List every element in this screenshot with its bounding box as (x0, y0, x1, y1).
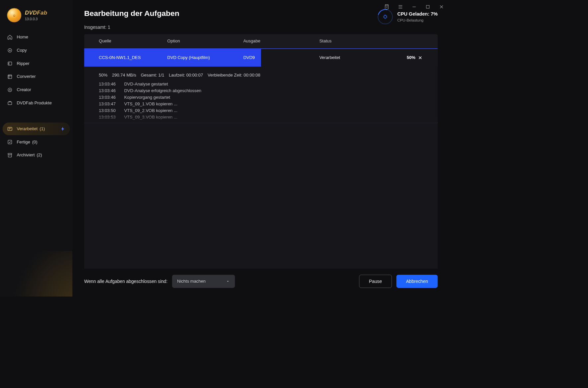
task-table: Quelle Option Ausgabe Status CCS-0N-NW1.… (84, 34, 438, 269)
sidebar-item-label: Copy (17, 48, 27, 53)
log-line: 13:03:47VTS_09_1.VOB kopieren ... (99, 101, 423, 106)
sidebar-item-copy[interactable]: Copy (3, 44, 70, 57)
task-row[interactable]: CCS-0N-NW1.1_DES DVD Copy (Hauptfilm) DV… (84, 48, 438, 67)
select-value: Nichts machen (177, 279, 206, 284)
sidebar-item-label: Creator (17, 87, 31, 92)
cancel-button[interactable]: Abbrechen (396, 275, 438, 288)
svg-rect-5 (8, 102, 12, 105)
total-label: Insgesamt: 1 (84, 25, 179, 30)
page-title: Bearbeitung der Aufgaben (84, 9, 179, 18)
app-logo-block: ☺ DVDFab 13.0.0.3 (0, 0, 73, 29)
log-line: 13:03:46DVD-Analyse gestartet (99, 82, 423, 87)
task-output: DVD9 (243, 55, 319, 60)
sidebar: ☺ DVDFab 13.0.0.3 Home Copy Ripper Conve… (0, 0, 73, 297)
sidebar-item-home[interactable]: Home (3, 31, 70, 43)
creator-icon (7, 87, 13, 93)
sidebar-item-count: (0) (32, 139, 37, 144)
sidebar-item-products[interactable]: DVDFab Produkte (3, 97, 70, 109)
pause-button[interactable]: Pause (359, 275, 392, 288)
chevron-down-icon (226, 279, 230, 283)
sidebar-item-label: Verarbeitet (17, 126, 37, 131)
sidebar-item-label: Fertige (17, 139, 30, 144)
sidebar-item-label: Ripper (17, 61, 29, 66)
app-name: DVDFab (25, 9, 47, 16)
app-version: 13.0.0.3 (25, 17, 47, 21)
stat-total: Gesamt: 1/1 (141, 73, 164, 78)
stat-speed: 290.74 MB/s (112, 73, 136, 78)
nav-primary: Home Copy Ripper Converter Creator DVDFa… (0, 29, 73, 111)
ripper-icon (7, 61, 13, 66)
copy-icon (7, 48, 13, 53)
nav-queue: Verarbeitet (1) Fertige (0) Archiviert (… (0, 121, 73, 163)
maximize-button[interactable] (423, 2, 432, 12)
svg-rect-10 (384, 16, 386, 18)
sidebar-item-label: Home (17, 35, 28, 40)
window-controls (382, 2, 446, 12)
main-area: Bearbeitung der Aufgaben Insgesamt: 1 CP… (73, 0, 449, 297)
app-logo-icon: ☺ (7, 8, 21, 22)
task-details: 50% 290.74 MB/s Gesamt: 1/1 Laufzeit: 00… (84, 67, 438, 123)
task-status: Verarbeitet (319, 55, 393, 60)
svg-rect-8 (8, 153, 12, 155)
svg-rect-6 (8, 127, 12, 131)
sidebar-item-count: (1) (39, 126, 45, 131)
sidebar-item-label: DVDFab Produkte (17, 100, 51, 105)
svg-point-1 (9, 50, 10, 51)
task-option: DVD Copy (Hauptfilm) (167, 55, 243, 60)
archive-icon (7, 152, 13, 158)
log-line: 13:03:50VTS_09_2.VOB kopieren ... (99, 108, 423, 113)
sidebar-item-label: Archiviert (17, 153, 34, 158)
sidebar-item-count: (2) (37, 153, 42, 158)
log-line: 13:03:46Kopiervorgang gestartet (99, 95, 423, 100)
col-source: Quelle (99, 39, 167, 44)
log-line: 13:03:46DVD-Analyse erfolgreich abgeschl… (99, 88, 423, 93)
svg-point-0 (8, 48, 12, 52)
sidebar-item-processing[interactable]: Verarbeitet (1) (3, 123, 70, 135)
sidebar-item-done[interactable]: Fertige (0) (3, 136, 70, 148)
svg-rect-3 (8, 75, 12, 79)
footer: Wenn alle Aufgaben abgeschlossen sind: N… (73, 269, 449, 297)
home-icon (7, 34, 13, 40)
stat-percent: 50% (99, 73, 107, 78)
close-button[interactable] (437, 2, 446, 12)
menu-button[interactable] (396, 2, 405, 12)
queue-icon (7, 126, 13, 132)
cpu-label: CPU Geladen: 7% (397, 11, 438, 17)
minimize-button[interactable] (409, 2, 419, 12)
stat-runtime: Laufzeit: 00:00:07 (169, 73, 203, 78)
task-cancel-icon[interactable] (418, 55, 423, 61)
stat-remaining: Verbleibende Zeit: 00:00:08 (208, 73, 260, 78)
converter-icon (7, 74, 13, 80)
sidebar-item-converter[interactable]: Converter (3, 70, 70, 83)
task-percent: 50% (407, 55, 416, 60)
sidebar-item-ripper[interactable]: Ripper (3, 57, 70, 70)
bolt-icon (60, 126, 65, 131)
products-icon (7, 100, 13, 106)
task-stats: 50% 290.74 MB/s Gesamt: 1/1 Laufzeit: 00… (99, 73, 423, 78)
col-output: Ausgabe (243, 39, 319, 44)
sidebar-item-creator[interactable]: Creator (3, 83, 70, 96)
table-header: Quelle Option Ausgabe Status (84, 34, 438, 48)
sidebar-item-archived[interactable]: Archiviert (2) (3, 149, 70, 161)
after-tasks-select[interactable]: Nichts machen (172, 275, 235, 288)
sidebar-item-label: Converter (17, 74, 35, 79)
cpu-sublabel: CPU-Belastung (397, 18, 438, 22)
svg-rect-7 (8, 140, 12, 144)
check-icon (7, 139, 13, 145)
col-option: Option (167, 39, 243, 44)
svg-rect-9 (426, 5, 429, 8)
after-tasks-label: Wenn alle Aufgaben abgeschlossen sind: (84, 279, 167, 284)
col-status: Status (319, 39, 393, 44)
task-source: CCS-0N-NW1.1_DES (99, 55, 167, 60)
cpu-ring-icon (377, 9, 393, 25)
